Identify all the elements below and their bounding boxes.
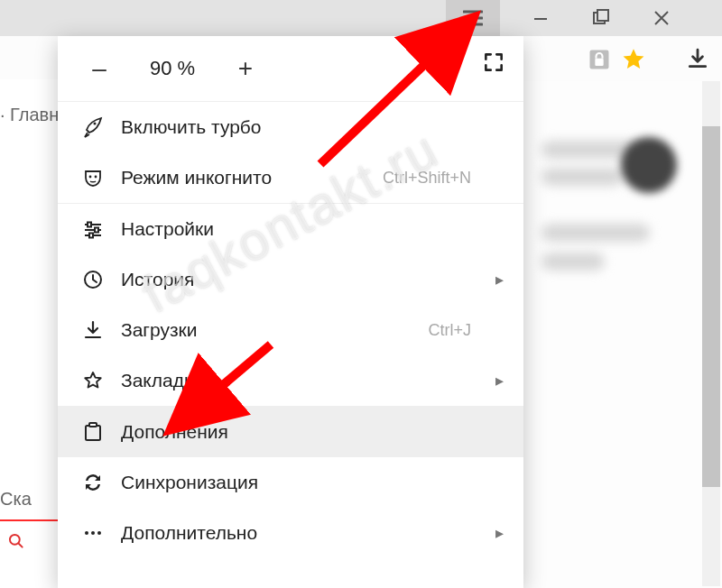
bookmark-star-button[interactable] (621, 47, 646, 72)
svg-rect-1 (597, 10, 608, 21)
hamburger-menu-button[interactable] (446, 0, 500, 36)
svg-point-14 (85, 531, 88, 535)
page-accent-line (0, 519, 58, 521)
svg-rect-3 (595, 59, 603, 66)
zoom-value: 90 % (123, 57, 222, 80)
download-icon (686, 47, 709, 70)
rocket-icon (78, 116, 108, 138)
svg-rect-9 (95, 228, 98, 233)
window-titlebar (0, 0, 722, 36)
star-outline-icon (78, 370, 108, 391)
page-text-fragment: Ска (0, 489, 58, 510)
page-search-icon-fragment (7, 532, 25, 550)
menu-item-extensions[interactable]: Дополнения (58, 407, 523, 457)
fullscreen-icon (482, 51, 505, 74)
menu-label: История (121, 269, 194, 290)
blurred-avatar (621, 137, 677, 193)
minimize-icon (532, 9, 550, 27)
menu-item-incognito[interactable]: Режим инкогнито Ctrl+Shift+N (58, 152, 523, 204)
chevron-right-icon: ▸ (495, 523, 504, 543)
download-icon (78, 319, 108, 341)
main-menu-dropdown: – 90 % + Включить турбо Режим инкогнито … (58, 36, 523, 588)
window-maximize-button[interactable] (570, 0, 629, 36)
extensions-icon (78, 421, 108, 443)
sliders-icon (78, 218, 108, 240)
history-icon (78, 269, 108, 290)
vertical-scrollbar-thumb[interactable] (702, 126, 720, 487)
svg-point-5 (94, 123, 97, 125)
downloads-button[interactable] (686, 47, 709, 70)
menu-label: Закладки (121, 370, 203, 391)
zoom-row: – 90 % + (58, 36, 523, 102)
search-icon (7, 532, 25, 550)
svg-rect-12 (86, 426, 100, 440)
mask-icon (78, 167, 108, 188)
fullscreen-button[interactable] (482, 51, 505, 74)
lock-icon (587, 47, 612, 72)
svg-rect-8 (88, 223, 91, 227)
zoom-in-button[interactable]: + (222, 51, 269, 87)
svg-point-15 (91, 531, 95, 535)
maximize-icon (591, 9, 609, 27)
menu-label: Настройки (121, 218, 214, 240)
blurred-content (542, 253, 605, 271)
menu-item-more[interactable]: Дополнительно ▸ (58, 508, 523, 558)
menu-label: Дополнения (121, 421, 228, 443)
chevron-right-icon: ▸ (495, 270, 504, 289)
chevron-right-icon: ▸ (495, 371, 504, 390)
hamburger-icon (463, 10, 483, 26)
star-icon (621, 47, 646, 72)
page-left-strip (0, 79, 58, 588)
menu-shortcut: Ctrl+Shift+N (383, 169, 471, 188)
window-close-button[interactable] (632, 0, 690, 36)
blurred-content (542, 168, 623, 186)
svg-point-7 (95, 176, 97, 179)
app-frame: » · Главн Ска – 90 % + Включить турбо (0, 0, 722, 588)
window-minimize-button[interactable] (511, 0, 569, 36)
svg-rect-10 (89, 234, 93, 238)
close-icon (653, 9, 671, 27)
blurred-content (542, 224, 650, 242)
menu-item-downloads[interactable]: Загрузки Ctrl+J (58, 305, 523, 355)
menu-shortcut: Ctrl+J (428, 321, 471, 340)
more-icon (78, 522, 108, 544)
svg-point-6 (89, 176, 92, 179)
svg-point-16 (97, 531, 101, 535)
menu-label: Загрузки (121, 319, 198, 341)
menu-item-bookmarks[interactable]: Закладки ▸ (58, 355, 523, 407)
sync-icon (78, 472, 108, 493)
zoom-out-button[interactable]: – (76, 51, 123, 87)
site-security-button[interactable] (587, 47, 612, 72)
menu-item-history[interactable]: История ▸ (58, 254, 523, 305)
menu-label: Режим инкогнито (121, 167, 272, 188)
menu-item-turbo[interactable]: Включить турбо (58, 102, 523, 152)
menu-label: Дополнительно (121, 522, 257, 544)
menu-item-settings[interactable]: Настройки (58, 204, 523, 254)
tab-title-fragment: · Главн (0, 105, 58, 125)
menu-label: Синхронизация (121, 472, 258, 493)
menu-item-sync[interactable]: Синхронизация (58, 457, 523, 508)
svg-rect-13 (89, 423, 97, 427)
menu-label: Включить турбо (121, 116, 262, 138)
